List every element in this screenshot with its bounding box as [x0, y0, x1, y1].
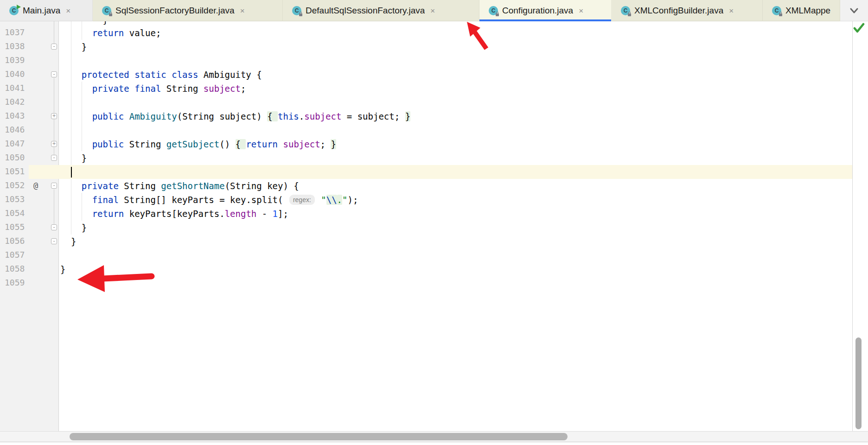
tab-label: XMLMappe	[785, 6, 830, 16]
code-text: final String[] keyParts = key.split( reg…	[60, 193, 358, 207]
code-line-1058[interactable]: 1058}	[0, 262, 852, 276]
line-number[interactable]: 1058	[5, 264, 25, 273]
fold-start-icon[interactable]: -	[51, 71, 57, 77]
tab-label: DefaultSqlSessionFactory.java	[306, 6, 425, 16]
line-number[interactable]: 1057	[5, 250, 25, 260]
tab-defaultsqlsessionfactory-java[interactable]: CDefaultSqlSessionFactory.java×	[283, 0, 479, 21]
line-number[interactable]: 1043	[5, 111, 25, 121]
line-number[interactable]: 1056	[5, 236, 25, 246]
code-text: protected static class Ambiguity {	[60, 68, 262, 82]
line-number[interactable]: 1047	[5, 139, 25, 148]
class-readonly-icon: C	[102, 6, 111, 15]
code-line-1052[interactable]: 1052@- private String getShortName(Strin…	[0, 179, 852, 193]
code-line-1059[interactable]: 1059	[0, 276, 852, 290]
close-tab-icon[interactable]: ×	[579, 7, 583, 15]
class-readonly-icon: C	[292, 6, 301, 15]
class-runnable-icon: C	[9, 6, 19, 15]
tab-overflow-box[interactable]	[840, 0, 868, 21]
line-number[interactable]: 1040	[5, 69, 25, 79]
code-text: }	[60, 40, 87, 54]
code-line-1042[interactable]: 1042	[0, 95, 852, 109]
tab-bar: CMain.java×CSqlSessionFactoryBuilder.jav…	[0, 0, 868, 21]
line-number[interactable]: 1038	[5, 41, 25, 51]
code-line-1054[interactable]: 1054 return keyParts[keyParts.length - 1…	[0, 207, 852, 221]
code-line-1039[interactable]: 1039	[0, 54, 852, 68]
fold-plus-icon[interactable]: +	[51, 141, 57, 147]
editor[interactable]: }1037 return value;1038- }10391040- prot…	[0, 21, 852, 431]
tab-label: Main.java	[23, 6, 60, 16]
chevron-down-icon[interactable]	[848, 5, 860, 17]
ide-window: CMain.java×CSqlSessionFactoryBuilder.jav…	[0, 0, 868, 445]
fold-start-icon[interactable]: -	[51, 183, 57, 189]
code-text: private String getShortName(String key) …	[60, 179, 299, 193]
code-text: return value;	[60, 26, 161, 40]
code-line-1055[interactable]: 1055- }	[0, 221, 852, 235]
code-line-1041[interactable]: 1041 private final String subject;	[0, 82, 852, 95]
line-number[interactable]: 1050	[5, 153, 25, 162]
code-line-1050[interactable]: 1050- }	[0, 151, 852, 165]
lock-overlay-icon	[299, 13, 302, 16]
line-number[interactable]: 1051	[5, 166, 25, 176]
tab-xmlmappe[interactable]: CXMLMappe	[763, 0, 840, 21]
code-text: public String getSubject() { return subj…	[60, 137, 336, 151]
tab-label: SqlSessionFactoryBuilder.java	[115, 6, 235, 16]
vertical-scrollbar-thumb[interactable]	[855, 337, 862, 429]
lock-overlay-icon	[628, 13, 631, 16]
tab-sqlsessionfactorybuilder-java[interactable]: CSqlSessionFactoryBuilder.java×	[93, 0, 283, 21]
code-text: return keyParts[keyParts.length - 1];	[60, 207, 288, 221]
class-readonly-icon: C	[772, 6, 781, 15]
line-number[interactable]: 1055	[5, 222, 25, 232]
code-text: }	[60, 235, 76, 248]
caret	[71, 167, 72, 178]
tab-configuration-java[interactable]: CConfiguration.java×	[479, 0, 612, 21]
code-line-1037[interactable]: 1037 return value;	[0, 26, 852, 40]
line-number[interactable]: 1053	[5, 194, 25, 204]
lock-overlay-icon	[109, 13, 112, 16]
line-number[interactable]: 1052	[5, 180, 25, 190]
horizontal-scrollbar-thumb[interactable]	[70, 433, 568, 440]
close-tab-icon[interactable]: ×	[240, 7, 245, 15]
fold-end-icon[interactable]: -	[51, 224, 57, 230]
tab-main-java[interactable]: CMain.java×	[0, 0, 93, 21]
tab-label: Configuration.java	[502, 6, 573, 16]
code-line-1047[interactable]: 1047+ public String getSubject() { retur…	[0, 137, 852, 151]
close-tab-icon[interactable]: ×	[66, 7, 70, 15]
code-line-1038[interactable]: 1038- }	[0, 40, 852, 54]
code-line-1056[interactable]: 1056- }	[0, 235, 852, 248]
line-number[interactable]: 1037	[5, 27, 25, 37]
line-number[interactable]: 1039	[5, 55, 25, 65]
code-text: }	[60, 221, 87, 235]
code-line-1043[interactable]: 1043+ public Ambiguity(String subject) {…	[0, 109, 852, 123]
class-readonly-icon: C	[621, 6, 630, 15]
code-text: private final String subject;	[60, 82, 246, 95]
run-overlay-icon	[17, 5, 21, 9]
tab-label: XMLConfigBuilder.java	[634, 6, 723, 16]
close-tab-icon[interactable]: ×	[729, 7, 734, 15]
code-line-1051[interactable]: 1051	[0, 165, 852, 179]
code-line-1040[interactable]: 1040- protected static class Ambiguity {	[0, 68, 852, 82]
code-text: public Ambiguity(String subject) { this.…	[60, 109, 410, 123]
line-number[interactable]: 1054	[5, 208, 25, 218]
line-number[interactable]: 1041	[5, 83, 25, 93]
close-tab-icon[interactable]: ×	[430, 7, 435, 15]
window-bottom-border	[0, 442, 868, 442]
code-line-1046[interactable]: 1046	[0, 123, 852, 137]
code-line-1053[interactable]: 1053 final String[] keyParts = key.split…	[0, 193, 852, 207]
lock-overlay-icon	[496, 13, 499, 16]
fold-end-icon[interactable]: -	[51, 238, 57, 244]
fold-end-icon[interactable]: -	[51, 44, 57, 50]
fold-plus-icon[interactable]: +	[51, 113, 57, 119]
code-text: }	[60, 151, 87, 165]
code-line-1057[interactable]: 1057	[0, 248, 852, 262]
annotation-at-mark: @	[33, 181, 38, 190]
line-number[interactable]: 1042	[5, 97, 25, 107]
inspections-ok-icon[interactable]	[853, 22, 865, 34]
tab-xmlconfigbuilder-java[interactable]: CXMLConfigBuilder.java×	[612, 0, 763, 21]
line-number[interactable]: 1046	[5, 125, 25, 134]
line-number[interactable]: 1059	[5, 278, 25, 287]
lock-overlay-icon	[779, 13, 782, 16]
editor-right-separator	[852, 21, 853, 431]
class-readonly-icon: C	[489, 6, 498, 15]
fold-end-icon[interactable]: -	[51, 155, 57, 161]
current-line-highlight	[29, 165, 852, 179]
